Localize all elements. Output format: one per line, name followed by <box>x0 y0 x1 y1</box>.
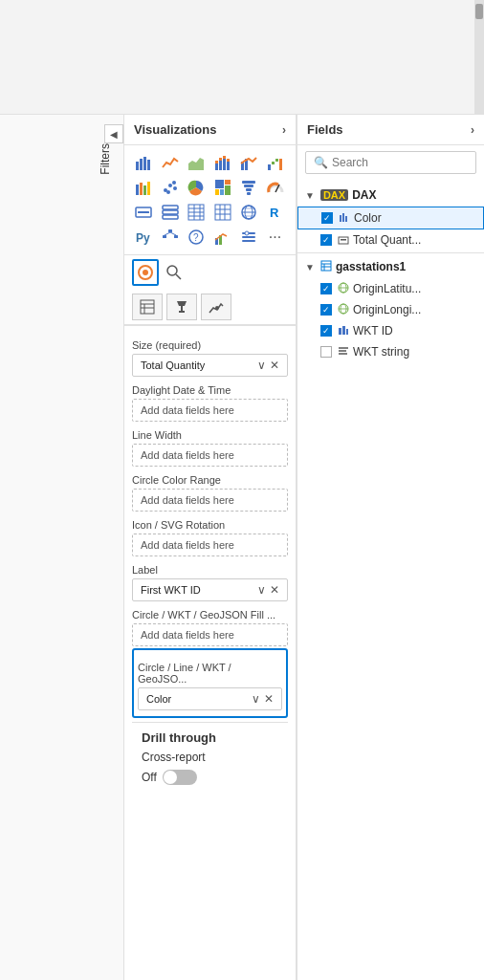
bar-chart-icon[interactable] <box>132 151 155 174</box>
visualizations-arrow[interactable]: › <box>282 123 286 137</box>
size-well-field[interactable]: Total Quantity ∨ ✕ <box>132 354 288 377</box>
gauge-icon[interactable] <box>264 176 287 199</box>
label-well-field[interactable]: First WKT ID ∨ ✕ <box>132 578 288 601</box>
svg-marker-84 <box>177 301 187 306</box>
matrix-icon[interactable] <box>211 201 234 224</box>
total-quant-checkbox: ✓ <box>320 234 332 246</box>
circlewkt-well-field[interactable]: Add data fields here <box>132 623 288 646</box>
funnel-icon[interactable] <box>237 176 260 199</box>
svg-line-66 <box>170 232 176 235</box>
svg-marker-4 <box>188 158 204 170</box>
fields-well-button[interactable] <box>132 294 163 320</box>
circlecolor-well-field[interactable]: Add data fields here <box>132 489 288 512</box>
line-chart-icon[interactable] <box>159 151 182 174</box>
highlighted-well-section: Circle / Line / WKT / GeoJSO... Color ∨ … <box>132 648 288 718</box>
daylight-well: Daylight Date & Time Add data fields her… <box>132 384 288 422</box>
area-chart-icon[interactable] <box>185 151 208 174</box>
kpi-icon[interactable] <box>211 226 234 249</box>
size-field-dropdown[interactable]: ∨ <box>257 359 266 372</box>
svg-text:Py: Py <box>136 231 150 245</box>
svg-rect-1 <box>140 159 143 170</box>
label-field-dropdown[interactable]: ∨ <box>257 583 266 597</box>
svg-rect-64 <box>174 235 178 238</box>
label-field-remove[interactable]: ✕ <box>270 583 279 597</box>
search-visuals-icon[interactable] <box>163 261 186 284</box>
r-script-icon[interactable]: R <box>264 201 287 224</box>
highlighted-field-name: Color <box>146 693 171 705</box>
main-area: ◀ Filters Visualizations › <box>0 115 484 980</box>
pie-chart-icon[interactable] <box>185 176 208 199</box>
data-wells-area: Size (required) Total Quantity ∨ ✕ Dayli… <box>124 325 296 980</box>
size-field-actions: ∨ ✕ <box>257 359 279 372</box>
field-group-gasstations1[interactable]: ▼ gasstations1 <box>297 255 484 278</box>
field-item-origin-lat[interactable]: ✓ OriginLatitu... <box>297 278 484 299</box>
linewidth-placeholder: Add data fields here <box>141 449 234 461</box>
dax-group-name: DAX <box>352 188 376 202</box>
filters-label: Filters <box>91 134 120 185</box>
daylight-well-field[interactable]: Add data fields here <box>132 399 288 422</box>
svg-rect-42 <box>163 210 178 214</box>
analytics-well-button[interactable] <box>201 294 231 320</box>
field-item-origin-long[interactable]: ✓ OriginLongi... <box>297 299 484 320</box>
search-input[interactable] <box>332 156 475 169</box>
active-custom-icon[interactable] <box>132 259 159 286</box>
table-icon[interactable] <box>185 201 208 224</box>
map-icon[interactable] <box>237 201 260 224</box>
color-checkbox: ✓ <box>321 212 333 224</box>
svg-rect-29 <box>215 180 224 188</box>
combo-chart-icon[interactable] <box>237 151 260 174</box>
treemap-icon[interactable] <box>211 176 234 199</box>
multirow-card-icon[interactable] <box>159 201 182 224</box>
label-well: Label First WKT ID ∨ ✕ <box>132 564 288 601</box>
format-well-button[interactable] <box>166 294 197 320</box>
fields-title: Fields <box>307 122 343 137</box>
label-field-actions: ∨ ✕ <box>257 583 279 597</box>
toggle-off-label: Off <box>142 771 157 784</box>
card-icon[interactable] <box>132 201 155 224</box>
field-item-wkt-string[interactable]: WKT string <box>297 341 484 362</box>
svg-rect-33 <box>220 189 224 195</box>
size-field-remove[interactable]: ✕ <box>270 359 279 372</box>
highlighted-field-dropdown[interactable]: ∨ <box>252 692 260 706</box>
svg-rect-5 <box>215 163 218 170</box>
waterfall-icon[interactable] <box>264 151 287 174</box>
fields-list: ▼ DAX DAX ✓ Color ✓ Total Quant... <box>297 180 484 980</box>
scrollbar[interactable] <box>474 0 484 115</box>
circlewkt-well: Circle / WKT / GeoJSON Fill ... Add data… <box>132 609 288 646</box>
stacked-bar-icon[interactable] <box>211 151 234 174</box>
label-well-label: Label <box>132 564 288 576</box>
search-box[interactable]: 🔍 <box>305 151 476 174</box>
wkt-id-field-name: WKT ID <box>353 324 393 338</box>
linewidth-well-field[interactable]: Add data fields here <box>132 444 288 467</box>
svg-rect-12 <box>227 159 230 162</box>
svg-rect-6 <box>215 161 218 163</box>
scatter-icon[interactable] <box>159 176 182 199</box>
field-item-color[interactable]: ✓ Color <box>297 207 484 229</box>
ribbon-chart-icon[interactable] <box>132 176 155 199</box>
scrollbar-thumb <box>475 4 483 19</box>
linewidth-well-label: Line Width <box>132 429 288 441</box>
svg-rect-16 <box>272 162 275 164</box>
total-quant-field-name: Total Quant... <box>353 233 421 247</box>
highlighted-well-field[interactable]: Color ∨ ✕ <box>138 687 282 710</box>
svg-rect-35 <box>244 185 253 187</box>
slicer-icon[interactable] <box>237 226 260 249</box>
svg-rect-2 <box>143 157 146 170</box>
field-item-total-quant[interactable]: ✓ Total Quant... <box>297 229 484 250</box>
cross-report-toggle[interactable] <box>163 770 197 785</box>
svg-rect-73 <box>242 240 255 242</box>
size-well-label: Size (required) <box>132 339 288 351</box>
decomp-tree-icon[interactable] <box>159 226 182 249</box>
field-item-wkt-id[interactable]: ✓ WKT ID <box>297 320 484 341</box>
fields-arrow[interactable]: › <box>471 123 474 137</box>
highlighted-field-remove[interactable]: ✕ <box>264 692 274 706</box>
more-visuals-icon[interactable]: ··· <box>264 226 287 249</box>
toggle-thumb <box>164 771 177 784</box>
field-group-dax[interactable]: ▼ DAX DAX <box>297 184 484 207</box>
svg-rect-22 <box>147 182 150 195</box>
qa-icon[interactable]: ? <box>185 226 208 249</box>
iconsvg-well-field[interactable]: Add data fields here <box>132 534 288 556</box>
label-field-name: First WKT ID <box>141 584 201 596</box>
python-icon[interactable]: Py <box>132 226 155 249</box>
linewidth-well: Line Width Add data fields here <box>132 429 288 467</box>
